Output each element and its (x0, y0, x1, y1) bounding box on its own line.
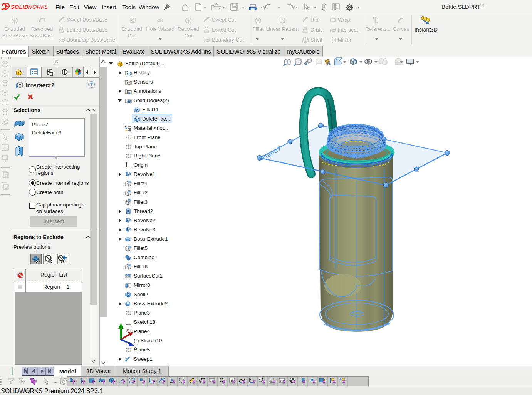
svg-text:01: 01 (210, 379, 213, 382)
svg-text:WORKS: WORKS (27, 4, 47, 10)
svg-text:A: A (231, 378, 233, 383)
svg-text:SOLID: SOLID (11, 4, 29, 10)
